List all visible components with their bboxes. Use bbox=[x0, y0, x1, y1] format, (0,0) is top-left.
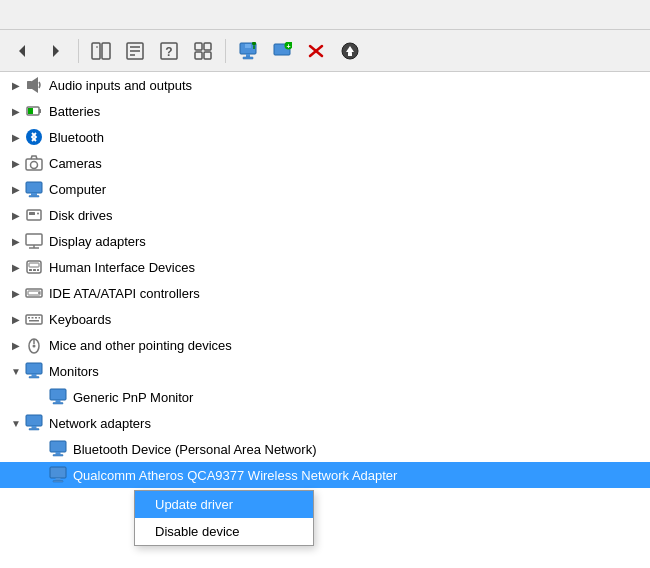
monitor-icon-monitors bbox=[24, 361, 44, 381]
ide-icon-ide bbox=[24, 283, 44, 303]
svg-rect-34 bbox=[39, 109, 41, 113]
tree-item-label-disk: Disk drives bbox=[49, 208, 113, 223]
svg-rect-60 bbox=[39, 317, 41, 319]
menu-view[interactable] bbox=[44, 11, 64, 19]
menu-file[interactable] bbox=[4, 11, 24, 19]
properties-button[interactable] bbox=[119, 35, 151, 67]
chevron-icon-cameras bbox=[8, 155, 24, 171]
svg-point-38 bbox=[31, 162, 38, 169]
tree-item-network[interactable]: Network adapters bbox=[0, 410, 650, 436]
menu-bar bbox=[0, 0, 650, 30]
svg-rect-68 bbox=[50, 389, 66, 400]
tree-item-label-qualcomm: Qualcomm Atheros QCA9377 Wireless Networ… bbox=[73, 468, 397, 483]
svg-rect-49 bbox=[29, 263, 39, 267]
chevron-icon-audio bbox=[8, 77, 24, 93]
toolbar-separator-1 bbox=[78, 39, 79, 63]
battery-icon-batteries bbox=[24, 101, 44, 121]
tree-item-monitors[interactable]: Monitors bbox=[0, 358, 650, 384]
tree-item-label-bluetooth-device: Bluetooth Device (Personal Area Network) bbox=[73, 442, 317, 457]
svg-rect-14 bbox=[204, 52, 211, 59]
tree-item-label-computer: Computer bbox=[49, 182, 106, 197]
chevron-icon-monitors bbox=[8, 363, 24, 379]
show-hide-button[interactable] bbox=[85, 35, 117, 67]
svg-rect-43 bbox=[29, 212, 35, 215]
svg-rect-56 bbox=[26, 315, 42, 324]
svg-rect-30 bbox=[348, 52, 352, 56]
svg-rect-39 bbox=[26, 182, 42, 193]
toolbar-separator-2 bbox=[225, 39, 226, 63]
tree-item-ide[interactable]: IDE ATA/ATAPI controllers bbox=[0, 280, 650, 306]
tree-item-qualcomm[interactable]: Qualcomm Atheros QCA9377 Wireless Networ… bbox=[0, 462, 650, 488]
svg-rect-77 bbox=[50, 467, 66, 478]
network-icon-bluetooth-device bbox=[48, 439, 68, 459]
bluetooth-icon-bluetooth bbox=[24, 127, 44, 147]
add-device-button[interactable]: + + bbox=[266, 35, 298, 67]
tree-item-hid[interactable]: Human Interface Devices bbox=[0, 254, 650, 280]
monitor-icon-button[interactable] bbox=[232, 35, 264, 67]
context-menu-item-update-driver[interactable]: Update driver bbox=[135, 491, 313, 518]
hid-icon-hid bbox=[24, 257, 44, 277]
svg-rect-52 bbox=[37, 269, 39, 271]
svg-rect-35 bbox=[28, 108, 33, 114]
tree-item-label-audio: Audio inputs and outputs bbox=[49, 78, 192, 93]
svg-point-64 bbox=[33, 345, 36, 348]
svg-rect-51 bbox=[33, 269, 36, 271]
toggle-button[interactable] bbox=[187, 35, 219, 67]
svg-rect-12 bbox=[204, 43, 211, 50]
keyboard-icon-keyboards bbox=[24, 309, 44, 329]
svg-rect-59 bbox=[35, 317, 37, 319]
svg-rect-72 bbox=[32, 426, 37, 429]
svg-rect-11 bbox=[195, 43, 202, 50]
remove-button[interactable] bbox=[300, 35, 332, 67]
tree-item-label-hid: Human Interface Devices bbox=[49, 260, 195, 275]
network-icon-qualcomm bbox=[48, 465, 68, 485]
svg-rect-69 bbox=[56, 400, 61, 403]
svg-point-55 bbox=[38, 292, 40, 294]
svg-text:?: ? bbox=[165, 45, 172, 59]
help-button[interactable]: ? bbox=[153, 35, 185, 67]
tree-item-batteries[interactable]: Batteries bbox=[0, 98, 650, 124]
svg-rect-58 bbox=[32, 317, 34, 319]
svg-rect-66 bbox=[32, 374, 37, 377]
chevron-icon-bluetooth bbox=[8, 129, 24, 145]
svg-rect-79 bbox=[53, 481, 63, 483]
context-menu: Update driverDisable device bbox=[134, 490, 314, 546]
tree-item-bluetooth[interactable]: Bluetooth bbox=[0, 124, 650, 150]
update-button[interactable] bbox=[334, 35, 366, 67]
tree-item-audio[interactable]: Audio inputs and outputs bbox=[0, 72, 650, 98]
device-manager-tree: Audio inputs and outputsBatteriesBluetoo… bbox=[0, 72, 650, 568]
tree-item-keyboards[interactable]: Keyboards bbox=[0, 306, 650, 332]
context-menu-item-disable-device[interactable]: Disable device bbox=[135, 518, 313, 545]
chevron-icon-batteries bbox=[8, 103, 24, 119]
chevron-icon-disk bbox=[8, 207, 24, 223]
svg-rect-75 bbox=[56, 452, 61, 455]
svg-rect-16 bbox=[246, 54, 250, 57]
tree-item-label-ide: IDE ATA/ATAPI controllers bbox=[49, 286, 200, 301]
svg-point-36 bbox=[26, 129, 42, 145]
menu-action[interactable] bbox=[24, 11, 44, 19]
camera-icon-cameras bbox=[24, 153, 44, 173]
tree-item-bluetooth-device[interactable]: Bluetooth Device (Personal Area Network) bbox=[0, 436, 650, 462]
tree-item-display[interactable]: Display adapters bbox=[0, 228, 650, 254]
chevron-icon-keyboards bbox=[8, 311, 24, 327]
tree-item-disk[interactable]: Disk drives bbox=[0, 202, 650, 228]
back-button[interactable] bbox=[6, 35, 38, 67]
chevron-icon-ide bbox=[8, 285, 24, 301]
svg-point-44 bbox=[37, 213, 39, 215]
svg-rect-45 bbox=[26, 234, 42, 245]
svg-rect-76 bbox=[53, 455, 63, 457]
forward-button[interactable] bbox=[40, 35, 72, 67]
menu-help[interactable] bbox=[64, 11, 84, 19]
tree-item-mice[interactable]: Mice and other pointing devices bbox=[0, 332, 650, 358]
tree-item-label-generic-monitor: Generic PnP Monitor bbox=[73, 390, 193, 405]
svg-rect-74 bbox=[50, 441, 66, 452]
tree-item-label-bluetooth: Bluetooth bbox=[49, 130, 104, 145]
tree-item-generic-monitor[interactable]: Generic PnP Monitor bbox=[0, 384, 650, 410]
chevron-icon-mice bbox=[8, 337, 24, 353]
tree-item-label-mice: Mice and other pointing devices bbox=[49, 338, 232, 353]
tree-item-cameras[interactable]: Cameras bbox=[0, 150, 650, 176]
svg-rect-65 bbox=[26, 363, 42, 374]
chevron-icon-hid bbox=[8, 259, 24, 275]
svg-rect-31 bbox=[27, 81, 32, 89]
tree-item-computer[interactable]: Computer bbox=[0, 176, 650, 202]
